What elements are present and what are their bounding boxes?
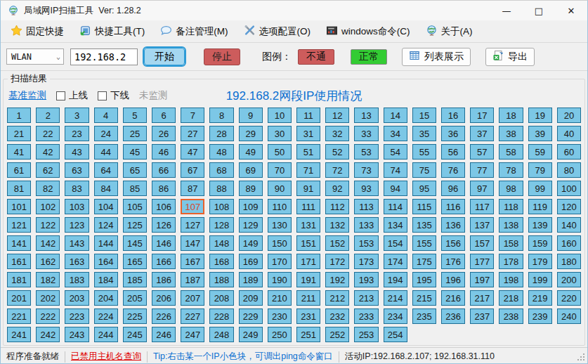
maximize-button[interactable]: □ [523,1,555,20]
ip-cell[interactable]: 188 [209,272,233,287]
ip-cell[interactable]: 66 [152,162,176,178]
ip-cell[interactable]: 91 [296,181,320,196]
ip-cell[interactable]: 15 [412,108,436,123]
ip-cell[interactable]: 84 [94,181,118,196]
ip-cell[interactable]: 242 [36,327,60,342]
ip-cell[interactable]: 246 [152,327,176,342]
ip-cell[interactable]: 237 [470,308,494,324]
ip-cell[interactable]: 175 [412,254,436,269]
ip-cell[interactable]: 134 [384,217,407,233]
ip-cell[interactable]: 3 [65,108,89,123]
ip-cell[interactable]: 39 [528,126,552,141]
ip-cell[interactable]: 211 [296,290,320,306]
ip-cell[interactable]: 121 [7,217,31,233]
ip-cell[interactable]: 57 [470,144,494,160]
ip-cell[interactable]: 31 [296,126,320,141]
ip-cell[interactable]: 114 [384,199,407,214]
ip-cell[interactable]: 49 [239,144,263,160]
ip-cell[interactable]: 97 [470,181,494,196]
ip-cell[interactable]: 245 [123,327,147,342]
ip-cell[interactable]: 248 [209,327,233,342]
ip-cell[interactable]: 221 [7,308,31,324]
ip-cell[interactable]: 157 [470,235,494,251]
online-checkbox[interactable] [56,91,65,100]
ip-cell[interactable]: 20 [557,108,581,123]
ip-cell[interactable]: 98 [499,181,523,196]
adapter-select[interactable]: WLAN ⌄ [6,48,64,65]
ip-cell[interactable]: 209 [239,290,263,306]
export-button[interactable]: 导出 [485,48,535,66]
ip-cell[interactable]: 41 [7,144,31,160]
ip-cell[interactable]: 59 [528,144,552,160]
ip-cell[interactable]: 51 [296,144,320,160]
ip-cell[interactable]: 249 [239,327,263,342]
ip-cell[interactable]: 89 [239,181,263,196]
ip-cell[interactable]: 35 [412,126,436,141]
ip-cell[interactable]: 67 [181,162,204,178]
ip-cell[interactable]: 149 [239,235,263,251]
offline-filter[interactable]: 下线 [98,89,129,102]
ip-cell[interactable]: 131 [296,217,320,233]
ip-cell[interactable]: 180 [557,254,581,269]
ip-cell[interactable]: 146 [152,235,176,251]
ip-cell[interactable]: 6 [152,108,176,123]
ip-cell[interactable]: 181 [7,272,31,287]
ip-cell[interactable]: 38 [499,126,523,141]
ip-cell[interactable]: 54 [384,144,407,160]
ip-cell[interactable]: 148 [209,235,233,251]
ip-cell[interactable]: 139 [528,217,552,233]
ip-cell[interactable]: 133 [354,217,378,233]
ip-cell[interactable]: 239 [528,308,552,324]
ip-cell[interactable]: 69 [239,162,263,178]
ip-cell[interactable]: 247 [181,327,204,342]
ip-cell[interactable]: 17 [470,108,494,123]
ip-cell[interactable]: 189 [239,272,263,287]
ip-cell[interactable]: 231 [296,308,320,324]
ip-cell[interactable]: 104 [94,199,118,214]
ip-cell[interactable]: 165 [123,254,147,269]
ip-cell[interactable]: 203 [65,290,89,306]
offline-checkbox[interactable] [98,91,107,100]
ip-cell[interactable]: 36 [441,126,465,141]
ip-cell[interactable]: 22 [36,126,60,141]
ip-cell[interactable]: 234 [384,308,407,324]
ip-cell[interactable]: 179 [528,254,552,269]
list-view-button[interactable]: 列表展示 [402,48,471,66]
ip-cell[interactable]: 119 [528,199,552,214]
ip-cell[interactable]: 227 [181,308,204,324]
ip-cell[interactable]: 193 [354,272,378,287]
ip-cell[interactable]: 8 [209,108,233,123]
ip-cell[interactable]: 217 [470,290,494,306]
ip-cell[interactable]: 243 [65,327,89,342]
ip-cell[interactable]: 218 [499,290,523,306]
ip-cell[interactable]: 50 [268,144,292,160]
ip-cell[interactable]: 210 [268,290,292,306]
ip-cell[interactable]: 11 [296,108,320,123]
ip-cell[interactable]: 125 [123,217,147,233]
ip-cell[interactable]: 37 [470,126,494,141]
ip-cell[interactable]: 138 [499,217,523,233]
ip-cell[interactable]: 141 [7,235,31,251]
ip-cell[interactable]: 24 [94,126,118,141]
ip-cell[interactable]: 162 [36,254,60,269]
ip-cell[interactable]: 45 [123,144,147,160]
ip-cell[interactable]: 47 [181,144,204,160]
ip-cell[interactable]: 202 [36,290,60,306]
ip-cell[interactable]: 71 [296,162,320,178]
ip-cell[interactable]: 9 [239,108,263,123]
ip-cell[interactable]: 16 [441,108,465,123]
ip-cell[interactable]: 163 [65,254,89,269]
ip-cell[interactable]: 4 [94,108,118,123]
ip-cell[interactable]: 212 [325,290,349,306]
ip-cell[interactable]: 191 [296,272,320,287]
ip-cell[interactable]: 86 [152,181,176,196]
ip-cell[interactable]: 58 [499,144,523,160]
ip-cell[interactable]: 222 [36,308,60,324]
ip-cell[interactable]: 244 [94,327,118,342]
ip-cell[interactable]: 118 [499,199,523,214]
ip-cell[interactable]: 106 [152,199,176,214]
ip-cell[interactable]: 7 [181,108,204,123]
stop-button[interactable]: 停止 [204,48,240,65]
ip-cell[interactable]: 127 [181,217,204,233]
baseline-monitor-link[interactable]: 基准监测 [8,89,46,102]
